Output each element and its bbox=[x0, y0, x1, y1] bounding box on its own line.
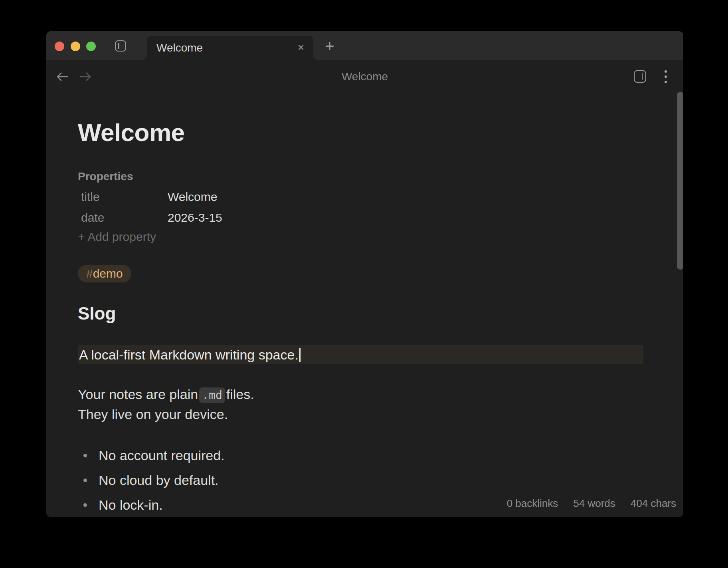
left-sidebar-toggle-icon[interactable] bbox=[115, 40, 126, 52]
note-heading-2: Slog bbox=[78, 304, 116, 324]
zoom-window-button[interactable] bbox=[86, 42, 96, 51]
forward-button[interactable] bbox=[77, 70, 93, 84]
active-editor-line[interactable]: A local-first Markdown writing space. bbox=[78, 345, 643, 364]
paragraph-1-after: files. bbox=[226, 387, 254, 402]
text-caret bbox=[299, 348, 301, 362]
status-bar: 0 backlinks 54 words 404 chars bbox=[507, 497, 676, 510]
bullet-text: No cloud by default. bbox=[99, 472, 219, 488]
backlinks-count[interactable]: 0 backlinks bbox=[507, 497, 558, 510]
app-window: Welcome × + Welcome Welcome Properties t… bbox=[46, 31, 683, 517]
bullet-text: No lock-in. bbox=[99, 497, 163, 513]
titlebar: Welcome × + bbox=[46, 31, 683, 60]
bullet-dot bbox=[83, 479, 87, 482]
list-item[interactable]: No account required. bbox=[78, 447, 643, 463]
more-options-icon[interactable] bbox=[660, 70, 671, 85]
tab-welcome[interactable]: Welcome × bbox=[147, 36, 313, 60]
desktop: { "window_chrome": { "tab": { "title": "… bbox=[0, 0, 728, 568]
tag-demo[interactable]: #demo bbox=[78, 265, 131, 282]
bullet-text: No account required. bbox=[99, 447, 225, 463]
list-item[interactable]: No cloud by default. bbox=[78, 472, 643, 488]
property-value-title[interactable]: Welcome bbox=[168, 189, 217, 205]
char-count: 404 chars bbox=[631, 497, 676, 510]
tab-label: Welcome bbox=[156, 36, 203, 60]
paragraph-line-2[interactable]: They live on your device. bbox=[78, 404, 228, 424]
paragraph-line-1[interactable]: Your notes are plain.mdfiles. bbox=[78, 384, 254, 405]
close-window-button[interactable] bbox=[55, 42, 64, 51]
back-button[interactable] bbox=[54, 70, 70, 84]
tag-hash: # bbox=[86, 267, 93, 280]
minimize-window-button[interactable] bbox=[71, 42, 80, 51]
property-key-title[interactable]: title bbox=[81, 189, 100, 205]
properties-header: Properties bbox=[78, 170, 133, 183]
left-sidebar-toggle-bar bbox=[118, 43, 119, 49]
tag-name: demo bbox=[93, 267, 123, 280]
right-panel-toggle-bar bbox=[642, 73, 643, 80]
scrollbar-thumb[interactable] bbox=[677, 92, 683, 270]
paragraph-1-before: Your notes are plain bbox=[78, 387, 198, 402]
add-property-button[interactable]: + Add property bbox=[78, 230, 156, 244]
active-line-text: A local-first Markdown writing space. bbox=[79, 345, 301, 364]
bullet-dot bbox=[83, 503, 87, 507]
word-count: 54 words bbox=[573, 497, 615, 510]
note-title-breadcrumb: Welcome bbox=[46, 70, 683, 83]
tab-close-icon[interactable]: × bbox=[294, 41, 308, 55]
property-value-date[interactable]: 2026-3-15 bbox=[168, 210, 222, 225]
right-panel-toggle-icon[interactable] bbox=[634, 70, 646, 83]
inline-code-md: .md bbox=[199, 387, 225, 403]
note-heading-1: Welcome bbox=[78, 118, 185, 147]
new-tab-button[interactable]: + bbox=[320, 37, 339, 56]
bullet-dot bbox=[83, 454, 87, 457]
property-key-date[interactable]: date bbox=[81, 210, 104, 225]
